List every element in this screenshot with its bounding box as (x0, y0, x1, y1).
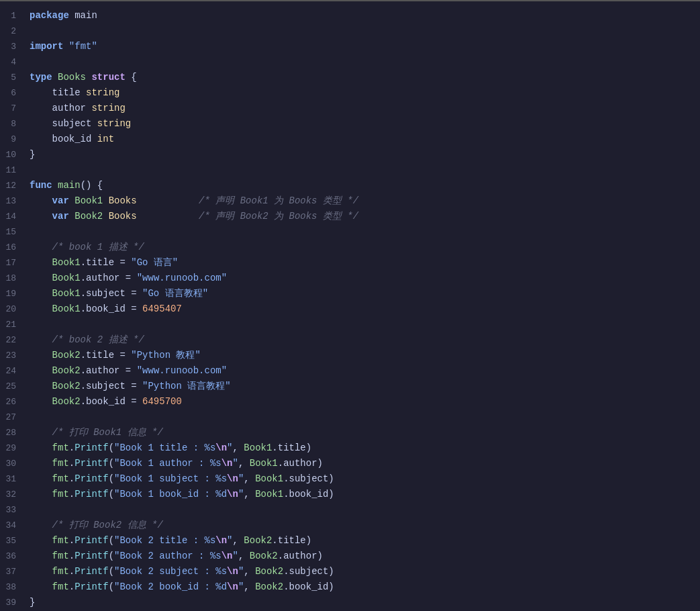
token-ident-main: . (81, 350, 86, 361)
token-ident-main: ) (328, 473, 334, 484)
token-newline-esc: \n (215, 535, 227, 546)
token-ident-main (30, 365, 52, 376)
token-ident-main: . (283, 489, 289, 500)
code-line: 36 fmt.Printf("Book 2 author : %s\n", Bo… (0, 549, 700, 564)
code-content: } (24, 147, 700, 162)
code-line: 39} (0, 595, 700, 610)
code-content: /* book 2 描述 */ (24, 332, 700, 347)
token-ident-main: . (81, 396, 86, 407)
token-comment: /* 声明 Book1 为 Books 类型 */ (199, 195, 358, 206)
code-content: Book1.subject = "Go 语言教程" (24, 286, 700, 301)
token-ident-main (91, 118, 97, 129)
token-str-name: Book1 (52, 257, 81, 268)
token-ident-main (30, 242, 52, 252)
token-ident-main (30, 134, 52, 144)
token-ident-main: . (69, 442, 74, 453)
token-field: book_id (289, 581, 329, 592)
code-editor: 1package main2 3import "fmt"4 5type Book… (0, 0, 700, 611)
token-ident-main: ( (109, 458, 114, 469)
token-fmt-str: "Book 1 subject : %s (114, 473, 227, 484)
token-number-val: 6495407 (142, 303, 182, 314)
code-line: 16 /* book 1 描述 */ (0, 240, 700, 255)
token-field: subject (289, 566, 329, 577)
token-str-name: fmt (52, 535, 69, 546)
token-fmt-str: " (227, 442, 232, 453)
code-content: Book2.subject = "Python 语言教程" (24, 379, 700, 393)
token-func-call: Printf (74, 473, 108, 484)
code-content (24, 317, 700, 332)
token-kw-package: type (30, 72, 52, 83)
token-ident-main: . (69, 551, 74, 561)
code-content: Book1.book_id = 6495407 (24, 301, 700, 316)
code-line: 3import "fmt" (0, 39, 700, 54)
token-kw-type: struct (91, 72, 125, 83)
code-line: 15 (0, 224, 700, 240)
line-number: 20 (0, 302, 24, 317)
token-fmt-str: " (233, 551, 238, 561)
code-content: fmt.Printf("Book 2 book_id : %d\n", Book… (24, 579, 700, 594)
token-ident-main (69, 195, 74, 206)
token-string-val: "fmt" (69, 41, 97, 52)
token-ident-main (30, 458, 52, 469)
token-ident-main (30, 520, 52, 530)
token-ident-main (30, 566, 52, 577)
token-func-call: Printf (74, 535, 108, 546)
code-content: title string (24, 85, 700, 100)
code-content: import "fmt" (24, 39, 700, 54)
code-line: 9 book_id int (0, 132, 700, 147)
token-fmt-str: " (233, 458, 238, 469)
code-line: 34 /* 打印 Book2 信息 */ (0, 518, 700, 533)
code-line: 8 subject string (0, 116, 700, 132)
token-newline-esc: \n (215, 442, 227, 453)
token-field: subject (86, 381, 126, 391)
code-content (24, 410, 700, 424)
line-number: 1 (0, 9, 24, 23)
token-string-val: "Python 语言教程" (142, 381, 231, 391)
token-newline-esc: \n (221, 458, 233, 469)
token-str-name: fmt (52, 581, 69, 592)
token-comment: /* book 1 描述 */ (52, 242, 144, 252)
token-ident-main: = (114, 257, 131, 268)
token-ident-main (30, 381, 52, 391)
token-ident-main: ( (109, 551, 114, 561)
token-str-name: Book1 (255, 489, 283, 500)
token-field: title (52, 87, 81, 98)
code-content (24, 162, 700, 177)
token-fmt-str: "Book 1 author : %s (114, 458, 221, 469)
token-str-name: fmt (52, 442, 69, 453)
token-fmt-str: "Book 2 title : %s (114, 535, 215, 546)
token-fmt-str: "Book 2 subject : %s (114, 566, 227, 577)
code-line: 12func main() { (0, 178, 700, 193)
token-str-name: Book2 (244, 535, 272, 546)
token-func-call: Printf (74, 489, 108, 500)
token-field: subject (52, 118, 92, 129)
token-ident-main (63, 41, 68, 52)
line-number: 17 (0, 256, 24, 271)
line-number: 16 (0, 240, 24, 255)
line-number: 6 (0, 86, 24, 101)
token-func-call: Printf (74, 442, 108, 453)
line-number: 34 (0, 518, 24, 533)
token-comment: /* book 2 描述 */ (52, 334, 144, 345)
line-number: 26 (0, 395, 24, 410)
line-number: 28 (0, 426, 24, 440)
token-ident-main: ) (317, 551, 323, 561)
token-str-name: Book2 (52, 396, 81, 407)
token-ident-main (30, 257, 52, 268)
token-str-name: fmt (52, 566, 69, 577)
code-line: 13 var Book1 Books /* 声明 Book1 为 Books 类… (0, 193, 700, 209)
token-str-name: Book1 (250, 458, 278, 469)
token-string-val: "Go 语言教程" (142, 288, 208, 299)
line-number: 8 (0, 117, 24, 132)
line-number: 3 (0, 40, 24, 54)
token-string-val: "Python 教程" (131, 350, 201, 361)
code-line: 20 Book1.book_id = 6495407 (0, 301, 700, 317)
token-ident-main: ) (328, 489, 334, 500)
line-number: 7 (0, 101, 24, 116)
token-str-name: Book1 (244, 442, 272, 453)
token-ident-main (137, 195, 199, 206)
token-ident-main: . (278, 458, 283, 469)
token-func-call: Printf (74, 581, 108, 592)
token-type-name: string (91, 103, 125, 113)
code-line: 10} (0, 147, 700, 162)
